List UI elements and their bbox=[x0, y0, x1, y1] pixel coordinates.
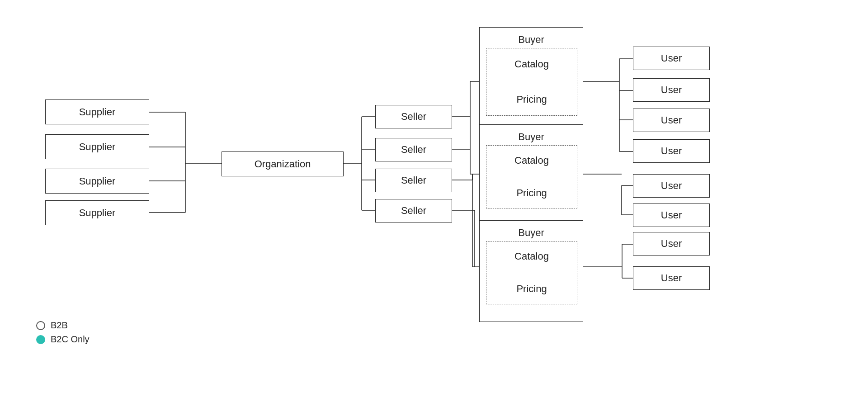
buyer-group-3-outer: Buyer Catalog Pricing bbox=[479, 220, 583, 322]
buyer-group-2-label: Buyer bbox=[518, 131, 544, 143]
buyer-group-2-pricing: Pricing bbox=[516, 187, 547, 199]
user-1-3: User bbox=[633, 109, 710, 132]
user-3-1: User bbox=[633, 232, 710, 256]
buyer-group-1-pricing: Pricing bbox=[516, 94, 547, 105]
buyer-group-3-pricing: Pricing bbox=[516, 283, 547, 295]
b2b-icon bbox=[36, 321, 45, 330]
supplier-2: Supplier bbox=[45, 134, 149, 159]
user-1-1: User bbox=[633, 47, 710, 70]
buyer-group-3-catalog: Catalog bbox=[514, 251, 549, 262]
buyer-group-3-label: Buyer bbox=[518, 227, 544, 239]
buyer-group-1-outer: Buyer Catalog Pricing bbox=[479, 27, 583, 138]
seller-3: Seller bbox=[375, 169, 452, 192]
user-1-4: User bbox=[633, 139, 710, 163]
supplier-3: Supplier bbox=[45, 169, 149, 194]
legend: B2B B2C Only bbox=[36, 320, 90, 348]
seller-2: Seller bbox=[375, 138, 452, 161]
buyer-group-2-outer: Buyer Catalog Pricing bbox=[479, 124, 583, 226]
buyer-group-1-label: Buyer bbox=[518, 34, 544, 46]
organization-box: Organization bbox=[222, 151, 344, 176]
user-3-2: User bbox=[633, 266, 710, 290]
buyer-group-2-catalog: Catalog bbox=[514, 155, 549, 166]
legend-b2b: B2B bbox=[36, 320, 90, 331]
seller-1: Seller bbox=[375, 105, 452, 128]
user-2-2: User bbox=[633, 204, 710, 227]
buyer-group-1-catalog: Catalog bbox=[514, 58, 549, 70]
legend-b2c: B2C Only bbox=[36, 334, 90, 345]
b2c-icon bbox=[36, 335, 45, 344]
user-1-2: User bbox=[633, 78, 710, 102]
seller-4: Seller bbox=[375, 199, 452, 222]
user-2-1: User bbox=[633, 174, 710, 198]
supplier-4: Supplier bbox=[45, 200, 149, 225]
supplier-1: Supplier bbox=[45, 99, 149, 124]
